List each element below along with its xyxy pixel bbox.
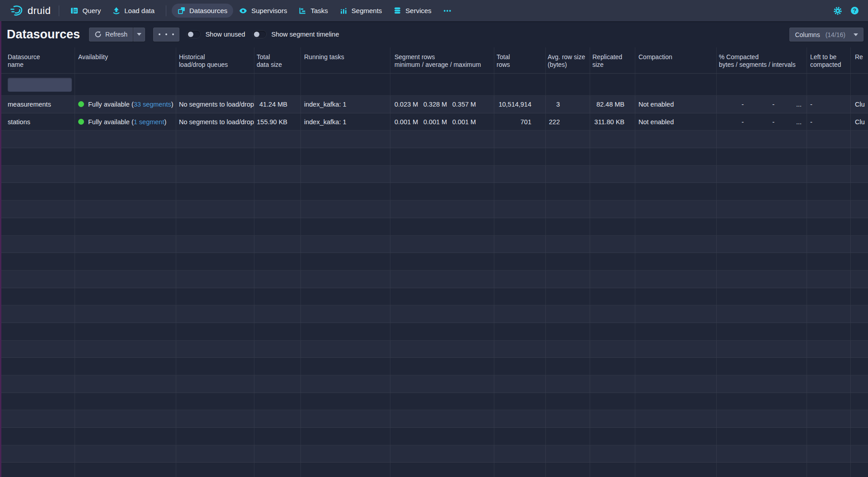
column-header-datasource-name[interactable]: Datasourcename (0, 47, 75, 73)
status-dot-green (78, 119, 84, 125)
empty-table-row (0, 166, 868, 183)
segments-link[interactable]: 1 segment (134, 118, 164, 126)
percent-compacted-cell: --... (717, 96, 807, 113)
datasource-name-cell: stations (0, 113, 75, 131)
empty-table-row (0, 253, 868, 271)
show-unused-toggle[interactable] (187, 31, 200, 38)
help-icon[interactable]: ? (850, 6, 859, 15)
show-segment-timeline-toggle[interactable] (253, 31, 266, 38)
column-header-retention[interactable]: Re (851, 47, 868, 73)
status-dot-green (78, 101, 84, 107)
window-edge-strip (0, 21, 1, 477)
nav-item-label: Load data (124, 7, 155, 14)
left-to-be-compacted-cell: - (807, 113, 851, 131)
running-tasks-cell: index_kafka: 1 (301, 113, 390, 131)
druid-logo[interactable]: druid (6, 4, 53, 18)
segments-icon (340, 7, 347, 14)
nav-item-services[interactable]: Services (388, 4, 437, 18)
empty-table-row (0, 201, 868, 218)
show-timeline-label: Show segment timeline (272, 31, 339, 38)
datasource-name-cell: measurements (0, 96, 75, 113)
show-unused-label: Show unused (206, 31, 245, 38)
nav-item-load-data[interactable]: Load data (107, 4, 160, 18)
running-tasks-cell: index_kafka: 1 (301, 96, 390, 113)
empty-table-row (0, 428, 868, 445)
empty-table-row (0, 341, 868, 358)
nav-item-label: Supervisors (251, 7, 287, 14)
load-data-icon (113, 7, 120, 14)
refresh-label: Refresh (105, 31, 127, 38)
column-header-running-tasks[interactable]: Running tasks (301, 47, 390, 73)
refresh-button[interactable]: Refresh (89, 28, 133, 42)
query-icon (70, 7, 78, 14)
empty-table-row (0, 463, 868, 477)
nav-item-label: Services (405, 7, 432, 14)
column-header-avg-row-size[interactable]: Avg. row size(bytes) (546, 47, 590, 73)
avg-row-size-cell: 3 (546, 96, 590, 113)
availability-cell: Fully available (1 segment) (75, 113, 176, 131)
columns-label: Columns (795, 31, 820, 38)
nav-item-label: Query (82, 7, 101, 14)
column-header-segment-rows[interactable]: Segment rowsminimum / average / maximum (390, 47, 494, 73)
nav-item-supervisors[interactable]: Supervisors (233, 4, 293, 18)
nav-item-tasks[interactable]: Tasks (293, 4, 333, 18)
column-header-percent-compacted[interactable]: % Compactedbytes / segments / intervals (717, 47, 807, 73)
compaction-cell: Not enabled (635, 96, 717, 113)
page-title: Datasources (7, 28, 80, 42)
total-data-size-cell: 155.90 KB (254, 113, 301, 131)
empty-table-row (0, 410, 868, 428)
datasources-icon (178, 7, 185, 14)
datasource-name-filter-input[interactable] (8, 78, 72, 92)
empty-table-row (0, 305, 868, 323)
refresh-dropdown-button[interactable] (133, 28, 145, 42)
column-header-historical-queues[interactable]: Historicalload/drop queues (176, 47, 254, 73)
load-drop-queues-cell: No segments to load/drop (176, 113, 254, 131)
column-header-compaction[interactable]: Compaction (635, 47, 717, 73)
table-header-row: Datasourcename Availability Historicallo… (0, 47, 868, 74)
nav-more-button[interactable] (437, 6, 457, 15)
column-header-total-rows[interactable]: Totalrows (494, 47, 546, 73)
empty-table-row (0, 445, 868, 463)
table-row: measurements Fully available (33 segment… (0, 96, 868, 113)
availability-cell: Fully available (33 segments) (75, 96, 176, 113)
table-row: stations Fully available (1 segment) No … (0, 113, 868, 131)
replicated-size-cell: 82.48 MB (590, 96, 635, 113)
retention-cell: Clu (851, 96, 868, 113)
nav-item-label: Segments (352, 7, 382, 14)
empty-table-row (0, 148, 868, 166)
empty-table-row (0, 271, 868, 288)
chevron-down-icon (854, 33, 858, 36)
empty-table-row (0, 218, 868, 236)
column-header-total-data-size[interactable]: Totaldata size (254, 47, 301, 73)
refresh-button-group: Refresh (89, 28, 145, 42)
brand-name: druid (28, 5, 51, 17)
tasks-icon (299, 7, 306, 14)
empty-table-row (0, 236, 868, 253)
empty-table-row (0, 323, 868, 341)
nav-divider (166, 5, 166, 16)
nav-item-segments[interactable]: Segments (334, 4, 388, 18)
toggle-knob (254, 32, 259, 37)
total-data-size-cell: 41.24 MB (254, 96, 301, 113)
more-icon (443, 9, 451, 12)
column-header-left-to-be-compacted[interactable]: Left to becompacted (807, 47, 851, 73)
columns-count: (14/16) (826, 31, 845, 38)
retention-cell: Clu (851, 113, 868, 131)
svg-text:?: ? (853, 8, 856, 14)
nav-item-datasources[interactable]: Datasources (172, 4, 233, 18)
nav-item-label: Tasks (310, 7, 328, 14)
empty-rows-container (0, 131, 868, 477)
more-actions-button[interactable] (153, 28, 179, 42)
column-header-availability[interactable]: Availability (75, 47, 176, 73)
nav-item-query[interactable]: Query (65, 4, 107, 18)
segment-rows-cell: 0.001 M0.001 M0.001 M (390, 113, 494, 131)
nav-item-label: Datasources (189, 7, 227, 14)
column-header-replicated-size[interactable]: Replicatedsize (590, 47, 635, 73)
columns-picker-button[interactable]: Columns (14/16) (789, 28, 863, 42)
empty-table-row (0, 393, 868, 411)
chevron-down-icon (137, 33, 141, 36)
segments-link[interactable]: 33 segments (134, 101, 171, 108)
druid-logo-icon (10, 4, 23, 18)
settings-gear-icon[interactable] (833, 6, 842, 15)
toggle-knob (188, 32, 193, 37)
